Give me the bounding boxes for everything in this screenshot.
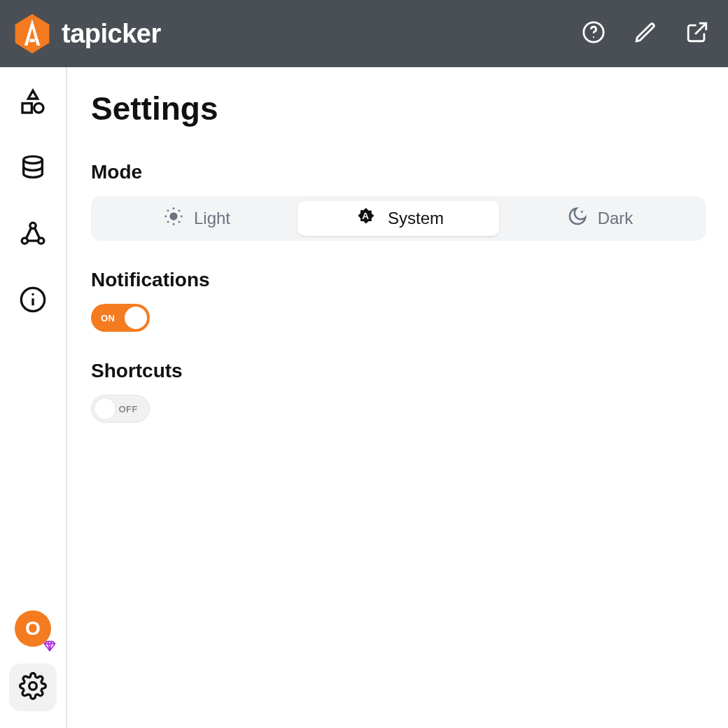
svg-line-20 <box>167 221 169 223</box>
user-avatar[interactable]: O <box>15 610 51 647</box>
header-actions <box>580 20 711 48</box>
sidebar-item-database[interactable] <box>18 154 48 185</box>
svg-point-13 <box>169 212 177 220</box>
notifications-section-title: Notifications <box>91 269 706 291</box>
svg-point-12 <box>29 682 37 690</box>
shortcuts-section-title: Shortcuts <box>91 360 706 382</box>
gear-icon <box>19 672 47 703</box>
sidebar-item-webhooks[interactable] <box>18 220 48 251</box>
sidebar-item-settings[interactable] <box>9 664 57 711</box>
sidebar: O <box>0 67 67 728</box>
help-icon <box>582 20 606 47</box>
app-logo[interactable]: tapicker <box>11 13 161 55</box>
svg-point-11 <box>31 293 34 295</box>
shortcuts-toggle[interactable]: OFF <box>91 395 150 423</box>
auto-brightness-icon: A <box>353 204 378 233</box>
sidebar-item-shapes[interactable] <box>18 88 48 119</box>
svg-line-19 <box>178 221 180 223</box>
pencil-icon <box>634 20 657 47</box>
premium-badge-icon <box>43 636 57 650</box>
svg-text:A: A <box>362 211 369 221</box>
app-header: tapicker <box>0 0 728 67</box>
svg-line-18 <box>167 210 169 211</box>
mode-option-system[interactable]: A System <box>298 201 499 236</box>
database-icon <box>19 154 47 185</box>
mode-option-dark-label: Dark <box>598 209 634 228</box>
notifications-toggle[interactable]: ON <box>91 304 150 332</box>
info-icon <box>19 286 47 316</box>
svg-point-4 <box>34 104 43 113</box>
mode-section-title: Mode <box>91 161 706 183</box>
mode-option-light[interactable]: Light <box>96 201 298 236</box>
svg-point-6 <box>30 223 36 228</box>
svg-rect-3 <box>22 104 31 113</box>
svg-point-8 <box>38 238 44 244</box>
mode-option-system-label: System <box>388 209 444 228</box>
main-content: Settings Mode <box>67 67 728 728</box>
moon-icon <box>567 206 588 231</box>
logo-icon <box>11 13 53 55</box>
svg-line-21 <box>178 210 180 211</box>
page-title: Settings <box>91 90 706 127</box>
notifications-toggle-label: ON <box>101 313 115 323</box>
svg-rect-0 <box>29 39 35 43</box>
toggle-thumb <box>125 307 147 329</box>
sidebar-item-info[interactable] <box>18 286 48 316</box>
app-name: tapicker <box>62 19 161 49</box>
edit-button[interactable] <box>631 20 659 48</box>
shapes-icon <box>19 88 47 119</box>
svg-point-5 <box>24 156 43 163</box>
shortcuts-toggle-label: OFF <box>119 404 139 414</box>
help-button[interactable] <box>580 20 608 48</box>
svg-point-7 <box>22 238 27 244</box>
toggle-thumb <box>94 398 116 420</box>
svg-point-2 <box>593 36 594 38</box>
open-external-button[interactable] <box>683 20 711 48</box>
avatar-letter: O <box>25 617 41 640</box>
mode-segmented-control: Light A System Dark <box>91 196 706 241</box>
mode-option-light-label: Light <box>194 209 230 228</box>
webhook-icon <box>19 220 47 251</box>
sun-icon <box>163 206 184 231</box>
open-external-icon <box>685 20 709 47</box>
mode-option-dark[interactable]: Dark <box>499 201 701 236</box>
